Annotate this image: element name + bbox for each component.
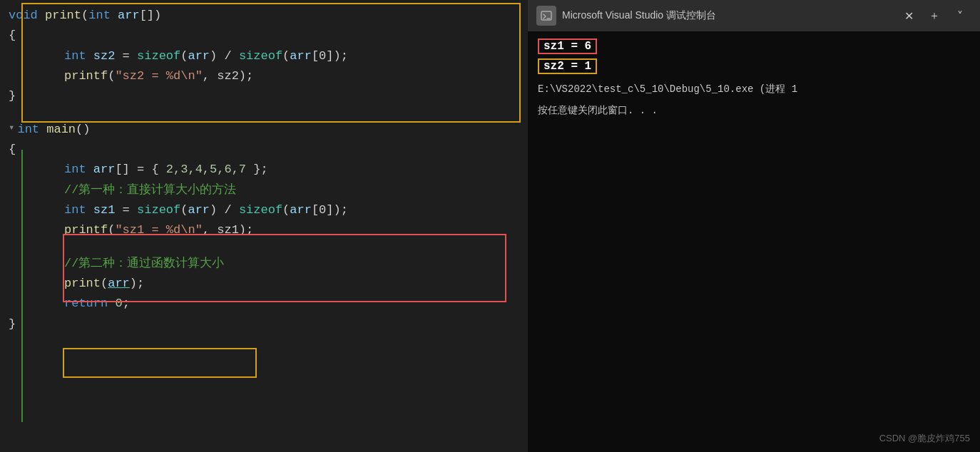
code-line-14: //第二种：通过函数计算大小 <box>0 254 528 274</box>
terminal-add-button[interactable]: ＋ <box>923 4 946 27</box>
terminal-path-line2: 按任意键关闭此窗口. . . <box>538 103 970 118</box>
code-line-4: printf("sz2 = %d\n", sz2); <box>0 66 528 86</box>
sz2-output-line: sz2 = 1 <box>538 58 970 76</box>
sz1-output-line: sz1 = 6 <box>538 38 970 56</box>
code-line-15: print(arr); <box>0 274 528 294</box>
code-line-11: int sz1 = sizeof(arr) / sizeof(arr[0]); <box>0 200 528 220</box>
terminal-icon <box>536 6 556 26</box>
terminal-path-line1: E:\VS2022\test_c\5_10\Debug\5_10.exe (进程… <box>538 81 970 97</box>
fn-print: print <box>45 6 81 25</box>
terminal-panel: Microsoft Visual Studio 调试控制台 ✕ ＋ ˅ sz1 … <box>528 0 980 452</box>
code-line-17: } <box>0 314 528 334</box>
terminal-titlebar: Microsoft Visual Studio 调试控制台 ✕ ＋ ˅ <box>528 0 980 31</box>
terminal-chevron-button[interactable]: ˅ <box>949 4 971 27</box>
collapse-arrow: ▾ <box>9 120 14 136</box>
code-line-10: //第一种：直接计算大小的方法 <box>0 180 528 200</box>
code-line-12: printf("sz1 = %d\n", sz1); <box>0 220 528 240</box>
code-line-9: int arr[] = { 2,3,4,5,6,7 }; <box>0 160 528 180</box>
sz2-output-box: sz2 = 1 <box>538 58 597 74</box>
code-editor: void print(int arr[]) { int sz2 = sizeof… <box>0 0 528 452</box>
sz1-output-box: sz1 = 6 <box>538 38 597 54</box>
terminal-close-button[interactable]: ✕ <box>897 4 920 27</box>
terminal-buttons: ✕ ＋ ˅ <box>897 4 971 27</box>
code-line-7: ▾int main() <box>0 120 528 140</box>
code-line-3: int sz2 = sizeof(arr) / sizeof(arr[0]); <box>0 46 528 66</box>
code-line-13 <box>0 241 528 254</box>
code-line-8: { <box>0 140 528 160</box>
code-line-1: void print(int arr[]) <box>0 6 528 26</box>
code-line-16: return 0; <box>0 294 528 314</box>
terminal-title: Microsoft Visual Studio 调试控制台 <box>562 9 892 22</box>
highlight-box-yellow-bottom <box>63 348 257 378</box>
watermark: CSDN @脆皮炸鸡755 <box>879 432 970 445</box>
code-line-6 <box>0 107 528 120</box>
terminal-body: sz1 = 6 sz2 = 1 E:\VS2022\test_c\5_10\De… <box>528 31 980 452</box>
code-line-2: { <box>0 26 528 46</box>
code-line-5: } <box>0 86 528 106</box>
keyword-void: void <box>9 6 45 25</box>
